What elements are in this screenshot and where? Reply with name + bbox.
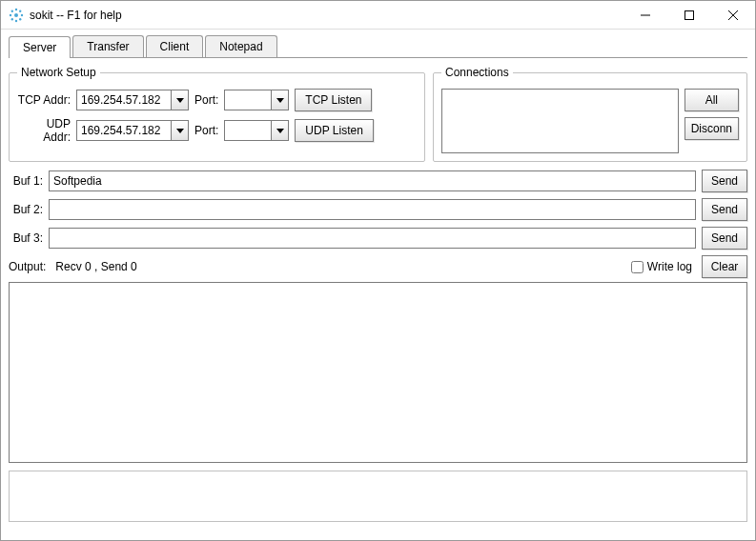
- window-controls: [623, 1, 755, 30]
- buf3-label: Buf 3:: [9, 231, 43, 245]
- maximize-button[interactable]: [667, 1, 711, 30]
- tab-server[interactable]: Server: [9, 36, 71, 58]
- buf2-send-button[interactable]: Send: [702, 198, 747, 221]
- svg-rect-10: [685, 10, 694, 19]
- window-title: sokit -- F1 for help: [30, 9, 623, 22]
- minimize-button[interactable]: [623, 1, 667, 30]
- udp-addr-label: UDP Addr:: [17, 117, 71, 144]
- buf2-label: Buf 2:: [9, 203, 43, 216]
- svg-point-6: [19, 10, 21, 11]
- svg-point-2: [15, 19, 17, 21]
- chevron-down-icon[interactable]: [171, 121, 188, 140]
- udp-port-combo[interactable]: [224, 120, 289, 141]
- buf1-send-button[interactable]: Send: [702, 170, 747, 192]
- tab-bar: Server Transfer Client Notepad: [9, 35, 747, 58]
- tab-client[interactable]: Client: [146, 35, 204, 57]
- app-icon: [9, 8, 24, 23]
- svg-point-8: [19, 18, 21, 20]
- bottom-panel: [9, 471, 747, 522]
- buf3-input[interactable]: [49, 228, 696, 249]
- output-stats: Recv 0 , Send 0: [55, 260, 136, 273]
- svg-point-4: [21, 13, 23, 15]
- chevron-down-icon[interactable]: [171, 90, 188, 110]
- write-log-input[interactable]: [631, 261, 644, 273]
- connections-group: Connections All Disconn: [433, 66, 747, 162]
- buf1-label: Buf 1:: [9, 174, 43, 188]
- svg-point-7: [11, 18, 13, 20]
- tcp-addr-label: TCP Addr:: [17, 93, 71, 107]
- buf2-input[interactable]: [49, 199, 696, 220]
- titlebar: sokit -- F1 for help: [1, 1, 755, 30]
- svg-marker-16: [276, 129, 284, 133]
- svg-point-0: [14, 13, 18, 17]
- connections-list[interactable]: [441, 89, 679, 153]
- tcp-port-label: Port:: [194, 93, 218, 107]
- connections-legend: Connections: [441, 66, 513, 79]
- tcp-listen-button[interactable]: TCP Listen: [295, 89, 372, 111]
- all-button[interactable]: All: [684, 89, 739, 111]
- tcp-addr-input[interactable]: [77, 93, 171, 107]
- clear-button[interactable]: Clear: [702, 255, 747, 278]
- svg-point-3: [10, 13, 11, 15]
- udp-addr-combo[interactable]: [76, 120, 189, 141]
- udp-addr-input[interactable]: [77, 124, 171, 137]
- write-log-checkbox[interactable]: Write log: [631, 260, 692, 273]
- svg-point-5: [11, 10, 13, 11]
- network-setup-group: Network Setup TCP Addr: Port: TCP Listen…: [9, 66, 425, 162]
- network-setup-legend: Network Setup: [17, 66, 100, 79]
- chevron-down-icon[interactable]: [271, 121, 288, 140]
- tab-transfer[interactable]: Transfer: [72, 35, 143, 57]
- output-label: Output:: [9, 260, 46, 273]
- close-button[interactable]: [711, 1, 755, 30]
- udp-port-input[interactable]: [225, 124, 271, 137]
- tab-notepad[interactable]: Notepad: [205, 35, 276, 57]
- svg-marker-14: [276, 98, 284, 103]
- svg-marker-15: [176, 129, 184, 133]
- svg-marker-13: [176, 98, 184, 103]
- write-log-label: Write log: [647, 260, 692, 273]
- output-log[interactable]: [9, 282, 747, 463]
- disconn-button[interactable]: Disconn: [684, 117, 739, 140]
- buf3-send-button[interactable]: Send: [702, 227, 747, 250]
- udp-port-label: Port:: [194, 124, 218, 137]
- tcp-port-combo[interactable]: [224, 90, 289, 110]
- buf1-input[interactable]: [49, 170, 696, 191]
- svg-point-1: [15, 8, 17, 10]
- chevron-down-icon[interactable]: [271, 90, 288, 110]
- udp-listen-button[interactable]: UDP Listen: [295, 119, 373, 142]
- tcp-port-input[interactable]: [225, 93, 271, 107]
- tcp-addr-combo[interactable]: [76, 90, 189, 110]
